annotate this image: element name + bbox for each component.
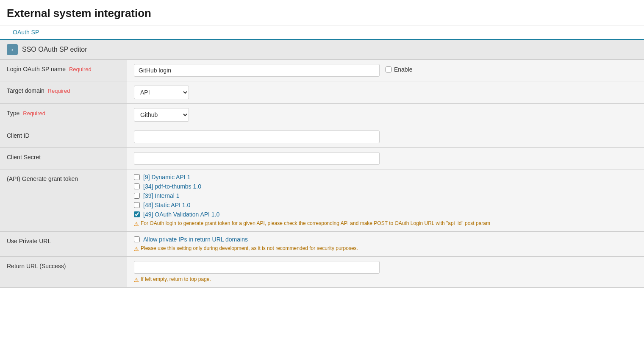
label-login-oauth-sp-name: Login OAuth SP name Required: [0, 60, 127, 81]
label-use-private-url: Use Private URL: [0, 232, 127, 257]
label-client-secret: Client Secret: [0, 148, 127, 169]
input-cell-client-secret: [127, 148, 644, 169]
checklist-checkbox-1[interactable]: [134, 183, 140, 189]
checklist-item-3: [48] Static API 1.0: [134, 202, 637, 208]
api-grant-token-hint: ⚠ For OAuth login to generate grant toke…: [134, 220, 637, 227]
input-cell-client-id: [127, 126, 644, 148]
target-domain-select[interactable]: API: [134, 86, 189, 99]
checklist-item-1: [34] pdf-to-thumbs 1.0: [134, 183, 637, 190]
enable-checkbox[interactable]: [386, 67, 391, 72]
private-url-checkbox[interactable]: [134, 236, 140, 242]
client-secret-input[interactable]: [134, 152, 380, 165]
field-row-use-private-url: Use Private URL Allow private IPs in ret…: [0, 232, 644, 257]
form-table: Login OAuth SP name Required Enable: [0, 60, 644, 288]
checklist-item-4: [49] OAuth Validation API 1.0: [134, 211, 637, 218]
page-header: External system integration: [0, 0, 644, 25]
enable-checkbox-row: Enable: [386, 66, 413, 73]
tab-oauth-sp[interactable]: OAuth SP: [7, 25, 45, 40]
required-badge-0: Required: [69, 66, 92, 72]
editor-container: ‹ SSO OAuth SP editor Login OAuth SP nam…: [0, 40, 644, 288]
label-api-generate-grant-token: (API) Generate grant token: [0, 169, 127, 232]
field-row-type: Type Required Github: [0, 104, 644, 126]
checklist-label-1: [34] pdf-to-thumbs 1.0: [143, 183, 201, 190]
hint-icon-0: ⚠: [134, 221, 139, 227]
field-row-api-generate-grant-token: (API) Generate grant token [9] Dynamic A…: [0, 169, 644, 232]
input-cell-target-domain: API: [127, 81, 644, 104]
return-url-success-input[interactable]: [134, 261, 380, 274]
field-row-login-oauth-sp-name: Login OAuth SP name Required Enable: [0, 60, 644, 81]
checklist-label-4: [49] OAuth Validation API 1.0: [143, 211, 219, 218]
field-row-return-url-success: Return URL (Success) ⚠ If left empty, re…: [0, 257, 644, 288]
checklist-label-3: [48] Static API 1.0: [143, 202, 190, 208]
private-url-hint: ⚠ Please use this setting only during de…: [134, 245, 637, 252]
checklist-checkbox-4[interactable]: [134, 211, 140, 217]
checklist-item-0: [9] Dynamic API 1: [134, 174, 637, 180]
required-badge-2: Required: [23, 110, 45, 117]
label-type: Type Required: [0, 104, 127, 126]
page-title: External system integration: [7, 7, 637, 20]
type-select[interactable]: Github: [134, 108, 189, 122]
client-id-input[interactable]: [134, 130, 380, 143]
checklist-checkbox-2[interactable]: [134, 193, 140, 199]
label-target-domain: Target domain Required: [0, 81, 127, 104]
checklist-checkbox-0[interactable]: [134, 174, 140, 180]
return-url-hint: ⚠ If left empty, return to top page.: [134, 276, 637, 283]
checklist-label-0: [9] Dynamic API 1: [143, 174, 190, 180]
field-row-client-id: Client ID: [0, 126, 644, 148]
editor-title: SSO OAuth SP editor: [22, 46, 87, 53]
hint-icon-2: ⚠: [134, 277, 139, 283]
checklist-label-2: [39] Internal 1: [143, 192, 180, 199]
back-icon: ‹: [11, 46, 14, 53]
tab-bar: OAuth SP: [0, 25, 644, 40]
field-row-target-domain: Target domain Required API: [0, 81, 644, 104]
api-grant-token-checklist: [9] Dynamic API 1 [34] pdf-to-thumbs 1.0…: [134, 174, 637, 218]
input-cell-use-private-url: Allow private IPs in return URL domains …: [127, 232, 644, 257]
editor-header: ‹ SSO OAuth SP editor: [0, 40, 644, 60]
input-cell-login-oauth-sp-name: Enable: [127, 60, 644, 81]
private-url-row: Allow private IPs in return URL domains: [134, 236, 637, 243]
private-url-checkbox-label: Allow private IPs in return URL domains: [143, 236, 248, 243]
required-badge-1: Required: [48, 88, 70, 94]
label-return-url-success: Return URL (Success): [0, 257, 127, 288]
input-cell-api-generate-grant-token: [9] Dynamic API 1 [34] pdf-to-thumbs 1.0…: [127, 169, 644, 232]
input-cell-return-url-success: ⚠ If left empty, return to top page.: [127, 257, 644, 288]
login-oauth-sp-name-input[interactable]: [134, 64, 380, 77]
input-cell-type: Github: [127, 104, 644, 126]
enable-label: Enable: [394, 66, 413, 73]
page-wrapper: External system integration OAuth SP ‹ S…: [0, 0, 644, 358]
back-button[interactable]: ‹: [7, 44, 18, 55]
field-row-client-secret: Client Secret: [0, 148, 644, 169]
label-client-id: Client ID: [0, 126, 127, 148]
checklist-item-2: [39] Internal 1: [134, 192, 637, 199]
hint-icon-1: ⚠: [134, 246, 139, 252]
checklist-checkbox-3[interactable]: [134, 202, 140, 208]
